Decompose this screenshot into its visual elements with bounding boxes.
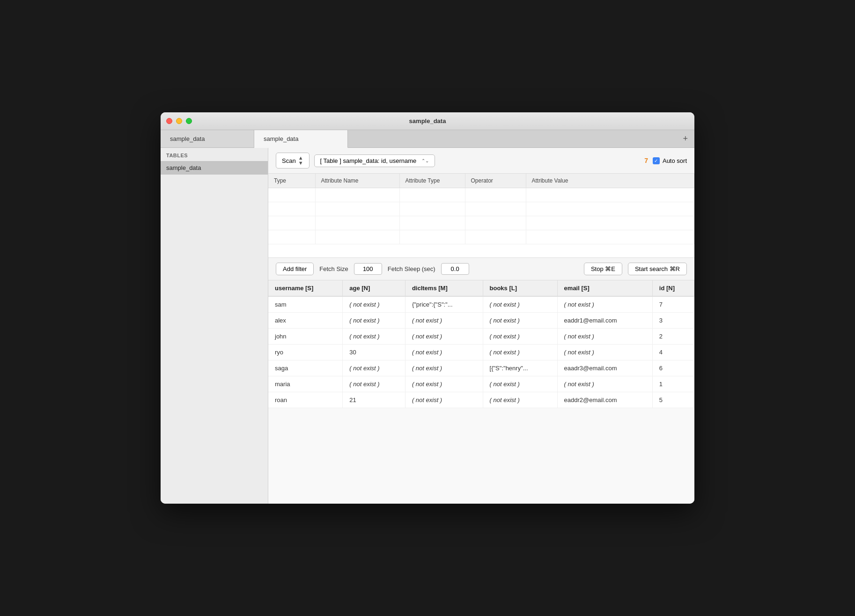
sidebar-section-header: Tables xyxy=(161,148,268,161)
table-row[interactable]: alex( not exist )( not exist )( not exis… xyxy=(268,313,694,329)
fetch-size-label: Fetch Size xyxy=(319,265,348,272)
close-button[interactable] xyxy=(166,118,172,124)
sidebar: Tables sample_data xyxy=(161,148,268,504)
col-age-header: age [N] xyxy=(343,280,405,296)
maximize-button[interactable] xyxy=(186,118,192,124)
filter-area: Type Attribute Name Attribute Type Opera… xyxy=(268,174,694,258)
auto-sort-checkbox[interactable]: ✓ xyxy=(653,157,660,164)
scan-button[interactable]: Scan ▲▼ xyxy=(276,153,310,169)
fetch-sleep-label: Fetch Sleep (sec) xyxy=(388,265,435,272)
filter-empty-row-3 xyxy=(268,216,694,230)
filter-table: Type Attribute Name Attribute Type Opera… xyxy=(268,174,694,244)
col-dicItems-header: dicItems [M] xyxy=(405,280,483,296)
table-row[interactable]: roan21( not exist )( not exist )eaddr2@e… xyxy=(268,392,694,408)
data-table-header-row: username [S] age [N] dicItems [M] books … xyxy=(268,280,694,296)
main-content: Tables sample_data Scan ▲▼ [ Table ] sam… xyxy=(161,148,694,504)
table-row[interactable]: john( not exist )( not exist )( not exis… xyxy=(268,329,694,345)
col-books-header: books [L] xyxy=(483,280,557,296)
table-row[interactable]: saga( not exist )( not exist )[{"S":"hen… xyxy=(268,360,694,376)
col-username-header: username [S] xyxy=(268,280,343,296)
table-selector-button[interactable]: [ Table ] sample_data: id, username ⌃⌄ xyxy=(314,154,435,167)
filter-actions: Add filter Fetch Size Fetch Sleep (sec) … xyxy=(268,258,694,280)
tab-1[interactable]: sample_data xyxy=(254,130,348,148)
table-row[interactable]: ryo30( not exist )( not exist )( not exi… xyxy=(268,345,694,360)
tab-0[interactable]: sample_data xyxy=(161,130,254,147)
table-selector-chevron-icon: ⌃⌄ xyxy=(421,158,429,163)
auto-sort-label: Auto sort xyxy=(663,157,687,164)
minimize-button[interactable] xyxy=(176,118,182,124)
data-table-wrapper: username [S] age [N] dicItems [M] books … xyxy=(268,280,694,504)
data-table: username [S] age [N] dicItems [M] books … xyxy=(268,280,694,408)
scan-arrows-icon: ▲▼ xyxy=(298,155,303,166)
start-search-button[interactable]: Start search ⌘R xyxy=(628,263,687,275)
result-count-badge: 7 xyxy=(644,157,648,164)
filter-col-op-header: Operator xyxy=(465,174,526,188)
app-window: sample_data sample_data sample_data + Ta… xyxy=(161,112,694,504)
tab-1-label: sample_data xyxy=(264,135,298,142)
table-row[interactable]: maria( not exist )( not exist )( not exi… xyxy=(268,376,694,392)
auto-sort-area: ✓ Auto sort xyxy=(653,157,687,164)
col-id-header: id [N] xyxy=(652,280,694,296)
tab-0-label: sample_data xyxy=(170,135,205,142)
table-row[interactable]: sam( not exist ){"price":{"S":"...( not … xyxy=(268,296,694,313)
scan-label: Scan xyxy=(282,157,296,164)
tab-add-button[interactable]: + xyxy=(676,130,694,147)
col-email-header: email [S] xyxy=(557,280,652,296)
filter-empty-row-1 xyxy=(268,188,694,202)
fetch-size-input[interactable] xyxy=(354,263,382,275)
content-area: Scan ▲▼ [ Table ] sample_data: id, usern… xyxy=(268,148,694,504)
titlebar: sample_data xyxy=(161,112,694,130)
window-title: sample_data xyxy=(409,117,446,125)
filter-empty-row-4 xyxy=(268,230,694,244)
traffic-lights xyxy=(166,118,192,124)
filter-col-atype-header: Attribute Type xyxy=(399,174,465,188)
add-filter-button[interactable]: Add filter xyxy=(276,263,314,275)
filter-col-type-header: Type xyxy=(268,174,315,188)
toolbar: Scan ▲▼ [ Table ] sample_data: id, usern… xyxy=(268,148,694,174)
sidebar-item-sample-data[interactable]: sample_data xyxy=(161,161,268,175)
tab-add-icon: + xyxy=(683,134,688,144)
fetch-sleep-input[interactable] xyxy=(441,263,469,275)
sidebar-item-label: sample_data xyxy=(166,164,201,171)
tab-bar: sample_data sample_data + xyxy=(161,130,694,148)
filter-col-name-header: Attribute Name xyxy=(315,174,399,188)
table-selector-label: [ Table ] sample_data: id, username xyxy=(320,157,417,164)
filter-empty-row-2 xyxy=(268,202,694,216)
filter-col-val-header: Attribute Value xyxy=(526,174,694,188)
stop-button[interactable]: Stop ⌘E xyxy=(584,263,622,275)
